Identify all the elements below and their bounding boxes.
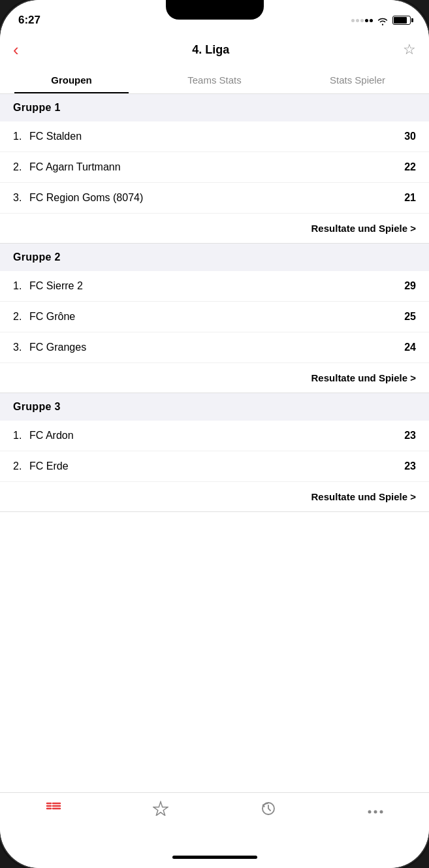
team-name: FC Stalden bbox=[29, 131, 404, 142]
tab-groupen[interactable]: Groupen bbox=[0, 67, 143, 93]
team-score: 21 bbox=[404, 192, 416, 204]
table-row[interactable]: 3.FC Granges24 bbox=[0, 332, 429, 363]
team-score: 23 bbox=[404, 460, 416, 472]
group-header-1: Gruppe 1 bbox=[0, 94, 429, 121]
home-indicator bbox=[0, 846, 429, 868]
nav-header: ‹ 4. Liga ☆ bbox=[0, 33, 429, 67]
resultate-link-2[interactable]: Resultate und Spiele > bbox=[0, 363, 429, 393]
svg-point-7 bbox=[368, 811, 371, 814]
home-bar bbox=[172, 856, 257, 859]
team-name: FC Agarn Turtmann bbox=[29, 161, 404, 173]
team-rank: 1. bbox=[13, 131, 29, 142]
team-name: FC Granges bbox=[29, 342, 404, 353]
team-score: 30 bbox=[404, 131, 416, 142]
signal-dot-2 bbox=[356, 19, 359, 22]
team-rank: 1. bbox=[13, 430, 29, 442]
signal-dot-3 bbox=[360, 19, 364, 22]
table-row[interactable]: 1.FC Ardon23 bbox=[0, 421, 429, 451]
team-rank: 3. bbox=[13, 192, 29, 204]
resultate-link-1[interactable]: Resultate und Spiele > bbox=[0, 214, 429, 244]
bottom-tab-bar bbox=[0, 792, 429, 846]
table-row[interactable]: 1.FC Stalden30 bbox=[0, 121, 429, 152]
bottom-tab-history[interactable] bbox=[249, 801, 288, 820]
team-score: 29 bbox=[404, 280, 416, 292]
team-rank: 2. bbox=[13, 161, 29, 173]
battery-fill bbox=[394, 17, 407, 24]
phone-frame: 6:27 bbox=[0, 0, 429, 868]
team-name: FC Erde bbox=[29, 460, 404, 472]
team-name: FC Region Goms (8074) bbox=[29, 192, 404, 204]
notch bbox=[166, 0, 264, 20]
wifi-icon bbox=[377, 16, 389, 25]
star-icon bbox=[153, 801, 168, 820]
resultate-link-text: Resultate und Spiele > bbox=[311, 223, 416, 234]
team-rank: 1. bbox=[13, 280, 29, 292]
page-title: 4. Liga bbox=[192, 43, 229, 57]
table-row[interactable]: 3.FC Region Goms (8074)21 bbox=[0, 183, 429, 214]
table-row[interactable]: 2.FC Grône25 bbox=[0, 302, 429, 332]
signal-dot-4 bbox=[365, 19, 368, 22]
status-time: 6:27 bbox=[18, 14, 40, 27]
bottom-tab-more[interactable] bbox=[356, 801, 395, 818]
svg-point-8 bbox=[373, 811, 377, 814]
svg-point-9 bbox=[379, 811, 383, 814]
table-row[interactable]: 1.FC Sierre 229 bbox=[0, 271, 429, 302]
signal-dot-5 bbox=[370, 19, 373, 22]
favorite-button[interactable]: ☆ bbox=[403, 41, 416, 58]
phone-screen: 6:27 bbox=[0, 0, 429, 868]
team-name: FC Ardon bbox=[29, 430, 404, 442]
group-header-2: Gruppe 2 bbox=[0, 244, 429, 271]
battery-tip bbox=[411, 18, 413, 22]
status-icons bbox=[351, 16, 411, 25]
more-icon bbox=[368, 801, 383, 818]
tab-teams-stats[interactable]: Teams Stats bbox=[143, 67, 286, 93]
battery-icon bbox=[392, 16, 411, 25]
back-button[interactable]: ‹ bbox=[13, 40, 19, 60]
team-rank: 3. bbox=[13, 342, 29, 353]
team-score: 25 bbox=[404, 311, 416, 323]
table-row[interactable]: 2.FC Agarn Turtmann22 bbox=[0, 152, 429, 183]
resultate-link-text: Resultate und Spiele > bbox=[311, 491, 416, 502]
tab-stats-spieler[interactable]: Stats Spieler bbox=[286, 67, 429, 93]
bottom-tab-list[interactable] bbox=[34, 801, 73, 819]
team-rank: 2. bbox=[13, 311, 29, 323]
team-rank: 2. bbox=[13, 460, 29, 472]
team-name: FC Grône bbox=[29, 311, 404, 323]
history-icon bbox=[261, 801, 276, 820]
signal-dots bbox=[351, 19, 373, 22]
team-score: 22 bbox=[404, 161, 416, 173]
resultate-link-text: Resultate und Spiele > bbox=[311, 372, 416, 383]
team-score: 24 bbox=[404, 342, 416, 353]
team-name: FC Sierre 2 bbox=[29, 280, 404, 292]
list-icon bbox=[46, 801, 61, 819]
signal-dot-1 bbox=[351, 19, 355, 22]
table-row[interactable]: 2.FC Erde23 bbox=[0, 451, 429, 482]
tab-bar: Groupen Teams Stats Stats Spieler bbox=[0, 67, 429, 94]
group-header-3: Gruppe 3 bbox=[0, 393, 429, 421]
bottom-tab-favorites[interactable] bbox=[141, 801, 180, 820]
team-score: 23 bbox=[404, 430, 416, 442]
content-area: Gruppe 11.FC Stalden302.FC Agarn Turtman… bbox=[0, 94, 429, 792]
resultate-link-3[interactable]: Resultate und Spiele > bbox=[0, 482, 429, 512]
